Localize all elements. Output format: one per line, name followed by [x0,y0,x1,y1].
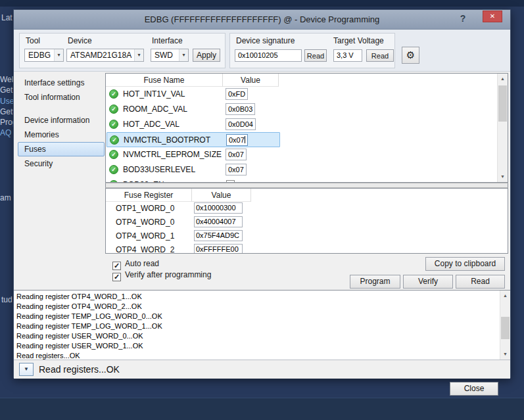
fuse-name: ROOM_ADC_VAL [123,105,187,114]
background-text-fragment: Get [0,85,12,95]
background-text-fragment: AQ [0,128,11,137]
window-title: EDBG (FFFFFFFFFFFFFFFFFFFF) @ - Device P… [14,14,510,24]
log-console[interactable]: Reading register OTP4_WORD_1...OK Readin… [14,290,510,360]
sidebar-item-device-information[interactable]: Device information [18,113,105,128]
status-text: Read registers...OK [39,364,120,375]
fuse-value-input[interactable]: 0x0B03 [226,103,255,115]
log-line: Reading register USER_WORD_1...OK [16,341,162,351]
register-value-input[interactable]: 0x75F4AD9C [194,230,243,241]
scroll-up-icon[interactable]: ▲ [498,74,508,84]
auto-read-checkbox-row[interactable]: ✓Auto read [112,259,159,269]
window-close-button[interactable]: ✕ [483,11,502,22]
copy-to-clipboard-button[interactable]: Copy to clipboard [425,257,505,271]
fuse-value-input[interactable]: 0x07 [226,164,247,175]
register-name-column-header[interactable]: Fuse Register [106,189,192,202]
background-top-strip [0,0,524,7]
sidebar-item-tool-information[interactable]: Tool information [18,90,105,105]
checkbox-checked-icon[interactable]: ✓ [112,273,121,281]
close-button[interactable]: Close [450,382,498,396]
pane-splitter[interactable] [105,183,508,188]
scroll-up-icon[interactable]: ▲ [500,291,510,301]
titlebar[interactable]: EDBG (FFFFFFFFFFFFFFFFFFFF) @ - Device P… [14,10,510,30]
chevron-down-icon: ▾ [179,49,188,61]
help-icon[interactable]: ? [456,13,469,26]
scroll-down-icon[interactable]: ▼ [500,349,510,360]
read-signature-button[interactable]: Read [304,49,327,62]
fuse-table-scrollbar[interactable]: ▲ ▼ [497,74,508,182]
log-line: Reading register USER_WORD_0...OK [16,331,162,341]
register-rows: OTP1_WORD_0 0x10000300 OTP4_WORD_0 0x400… [107,202,264,254]
log-line: Reading register TEMP_LOG_WORD_0...OK [16,312,162,321]
register-value-input[interactable]: 0x10000300 [194,202,243,214]
fuse-row[interactable]: ✓ HOT_ADC_VAL 0x0D04 [107,117,280,132]
read-voltage-button[interactable]: Read [366,49,394,62]
register-row[interactable]: OTP4_WORD_0 0x40004007 [107,216,264,229]
register-row[interactable]: OTP4_WORD_2 0xFFFFFE00 [107,243,264,254]
verify-button[interactable]: Verify [403,275,453,289]
scrollbar-thumb[interactable] [501,317,510,339]
auto-read-label: Auto read [125,259,159,268]
device-select-value: ATSAMD21G18A [70,51,131,60]
log-lines: Reading register OTP4_WORD_1...OK Readin… [16,292,162,361]
log-line: Read registers...OK [16,351,162,361]
register-name: OTP4_WORD_0 [116,218,174,227]
verify-after-programming-label: Verify after programming [125,270,211,279]
fuse-row[interactable]: ✓ ROOM_ADC_VAL 0x0B03 [107,102,280,117]
interface-select[interactable]: SWD ▾ [151,49,189,62]
fuse-value-input[interactable]: 0x07 [226,134,248,146]
tool-select-value: EDBG [28,51,51,60]
fuse-ok-icon: ✓ [110,135,119,145]
apply-button[interactable]: Apply [193,49,220,62]
register-value-input[interactable]: 0xFFFFFE00 [194,244,243,254]
sidebar-item-fuses[interactable]: Fuses [18,142,105,156]
fuse-row-selected[interactable]: ✓ NVMCTRL_BOOTPROT 0x07 [107,132,280,147]
fuse-value-input[interactable]: 0x0D04 [226,118,256,130]
fuse-row[interactable]: ✓ BOD33USERLEVEL 0x07 [107,162,280,177]
fuse-row[interactable]: ✓ NVMCTRL_EEPROM_SIZE 0x07 [107,147,280,162]
read-button[interactable]: Read [456,275,505,289]
fuse-table: Fuse Name Value ✓ HOT_INT1V_VAL 0xFD ✓ R… [105,73,508,183]
background-text-fragment: tud [1,295,12,304]
fuse-value-text: 0x07 [229,136,245,144]
fuse-name: NVMCTRL_BOOTPROT [124,135,210,145]
fuse-row-partial[interactable]: ✓ BOD33_EN [107,177,280,183]
text-cursor [245,136,245,143]
checkbox-checked-icon[interactable]: ✓ [112,262,121,270]
fuse-register-table: Fuse Register Value OTP1_WORD_0 0x100003… [105,188,508,254]
register-row[interactable]: OTP1_WORD_0 0x10000300 [107,202,264,216]
register-name: OTP4_WORD_1 [116,231,174,241]
log-line: Reading register TEMP_LOG_WORD_1...OK [16,321,162,331]
program-button[interactable]: Program [350,275,400,289]
gear-icon: ⚙ [406,49,415,60]
register-name: OTP4_WORD_2 [116,245,174,254]
target-voltage-field[interactable]: 3,3 V [333,49,362,62]
sidebar-item-memories[interactable]: Memories [18,128,105,142]
fuse-name-column-header[interactable]: Fuse Name [106,74,223,87]
chevron-down-icon: ▾ [54,49,63,61]
log-line: Reading register OTP4_WORD_2...OK [16,302,162,312]
fuse-rows: ✓ HOT_INT1V_VAL 0xFD ✓ ROOM_ADC_VAL 0x0B… [107,87,280,183]
status-expander-button[interactable]: ▼ [19,363,34,376]
scroll-down-icon[interactable]: ▼ [498,172,508,182]
register-row[interactable]: OTP4_WORD_1 0x75F4AD9C [107,229,264,243]
fuse-value-column-header[interactable]: Value [223,74,279,87]
device-label: Device [68,36,92,45]
log-scrollbar[interactable]: ▲ ▼ [500,291,510,360]
device-programming-dialog: EDBG (FFFFFFFFFFFFFFFFFFFF) @ - Device P… [13,9,511,378]
target-voltage-label: Target Voltage [333,36,384,45]
tool-select[interactable]: EDBG ▾ [24,49,64,62]
device-select[interactable]: ATSAMD21G18A ▾ [66,49,144,62]
fuse-value-input[interactable]: 0xFD [226,88,248,100]
scrollbar-thumb[interactable] [498,85,507,122]
register-value-input[interactable]: 0x40004007 [194,216,243,227]
fuse-name: HOT_INT1V_VAL [123,89,185,99]
fuse-value-input[interactable]: 0x07 [226,149,247,160]
verify-after-programming-checkbox-row[interactable]: ✓Verify after programming [112,270,211,281]
register-value-column-header[interactable]: Value [192,189,251,202]
fuse-row[interactable]: ✓ HOT_INT1V_VAL 0xFD [107,87,280,102]
sidebar-item-security[interactable]: Security [18,156,105,171]
device-signature-field[interactable]: 0x10010205 [235,49,302,62]
fuse-ok-icon: ✓ [109,105,118,114]
settings-button[interactable]: ⚙ [402,47,419,64]
sidebar-item-interface-settings[interactable]: Interface settings [18,76,105,90]
